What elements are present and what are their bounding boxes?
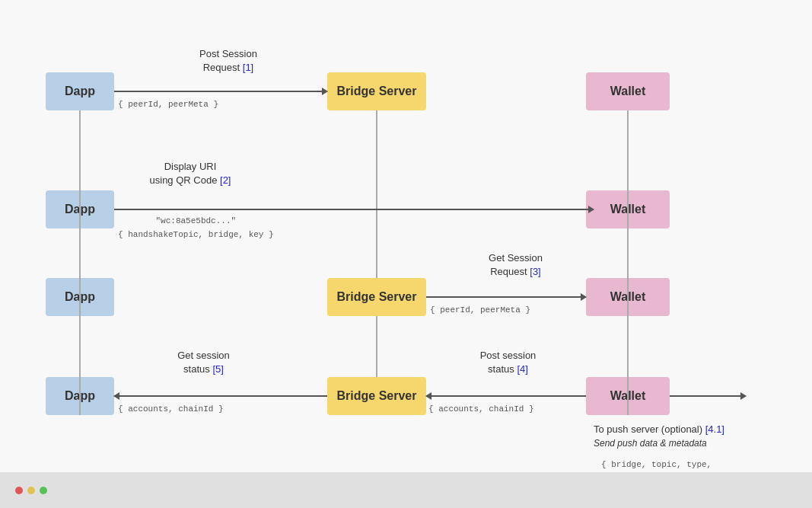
bridge-box-3: Bridge Server — [327, 377, 426, 415]
minimize-dot[interactable] — [27, 487, 35, 494]
step3-arrow — [426, 296, 586, 298]
step2-arrow — [114, 209, 594, 210]
step1-arrow — [114, 91, 327, 92]
step3-payload: { peerId, peerMeta } — [430, 302, 530, 316]
step5-label: Get sessionstatus [5] — [137, 349, 270, 376]
bridge-box-2: Bridge Server — [327, 278, 426, 316]
step3-label: Get SessionRequest [3] — [449, 251, 582, 279]
maximize-dot[interactable] — [40, 487, 47, 494]
step41-arrow — [670, 395, 746, 397]
dapp-vline — [79, 110, 81, 415]
step1-payload: { peerId, peerMeta } — [118, 97, 218, 110]
wallet-box-1: Wallet — [586, 72, 670, 110]
step4-payload: { accounts, chainId } — [428, 401, 534, 415]
wallet-vline — [627, 110, 629, 415]
step41-label: To push server (optional) [4.1] Send pus… — [594, 423, 799, 450]
bridge-vline-2 — [376, 316, 377, 377]
step5-arrow — [114, 395, 327, 397]
step1-label: Post SessionRequest [1] — [152, 47, 304, 75]
diagram-container: Dapp Dapp Dapp Dapp Bridge Server Bridge… — [0, 0, 812, 472]
step4-arrow — [426, 395, 586, 397]
step4-label: Post sessionstatus [4] — [441, 349, 575, 376]
bottom-bar — [0, 472, 812, 508]
bridge-box-1: Bridge Server — [327, 72, 426, 110]
step5-payload: { accounts, chainId } — [118, 401, 224, 415]
window-controls — [15, 487, 47, 494]
step2-payload: "wc:8a5e5bdc..." { handshakeTopic, bridg… — [118, 213, 274, 241]
close-dot[interactable] — [15, 487, 23, 494]
bridge-vline — [376, 110, 377, 278]
dapp-box-1: Dapp — [46, 72, 114, 110]
step2-label: Display URIusing QR Code [2] — [114, 160, 266, 187]
